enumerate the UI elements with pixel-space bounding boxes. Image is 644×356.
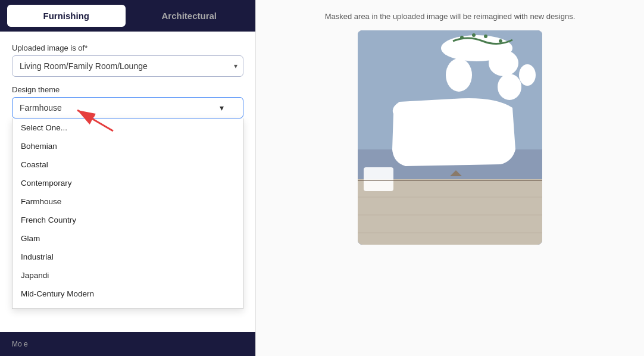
left-panel: Furnishing Architectural Uploaded image … [0,0,256,356]
dropdown-item-mid-century-modern[interactable]: Mid-Century Modern [12,285,243,303]
svg-point-10 [460,36,464,39]
dropdown-item-coastal[interactable]: Coastal [12,155,243,174]
right-panel: Masked area in the uploaded image will b… [256,0,644,356]
main-layout: Furnishing Architectural Uploaded image … [0,0,644,356]
theme-chevron-icon: ▾ [220,103,224,113]
room-scene-svg [358,30,542,245]
svg-point-11 [472,33,476,37]
dropdown-item-japandi[interactable]: Japandi [12,266,243,285]
svg-rect-16 [364,167,393,191]
dropdown-item-select-one[interactable]: Select One... [12,118,243,137]
svg-rect-14 [402,108,426,140]
hint-text: Masked area in the uploaded image will b… [325,12,576,21]
dropdown-item-bohemian[interactable]: Bohemian [12,137,243,155]
dropdown-item-contemporary[interactable]: Contemporary [12,174,243,192]
theme-dropdown-wrapper: Farmhouse ▾ Select One... Bohemian Coast… [12,97,243,118]
theme-field: Design theme Farmhouse ▾ Select One... B… [12,85,243,118]
image-preview [358,30,542,245]
dropdown-item-industrial[interactable]: Industrial [12,248,243,266]
dropdown-item-french-country[interactable]: French Country [12,211,243,229]
tab-architectural[interactable]: Architectural [130,5,249,27]
tab-bar: Furnishing Architectural [0,0,255,32]
svg-point-6 [446,58,472,92]
room-select-wrapper: Living Room/Family Room/Lounge ▾ [12,55,243,77]
theme-field-label: Design theme [12,85,243,94]
theme-dropdown-trigger[interactable]: Farmhouse ▾ [12,97,243,118]
bottom-strip: Mo e [0,332,255,356]
room-type-field: Uploaded image is of* Living Room/Family… [12,43,243,77]
svg-point-9 [519,64,536,86]
bottom-strip-text: Mo e [12,340,28,348]
svg-point-8 [498,74,521,100]
room-field-label: Uploaded image is of* [12,43,243,52]
form-area: Uploaded image is of* Living Room/Family… [0,32,255,124]
svg-rect-15 [471,107,496,139]
dropdown-item-minimal[interactable]: Minimal [12,303,243,309]
room-select[interactable]: Living Room/Family Room/Lounge [12,55,243,77]
dropdown-item-farmhouse[interactable]: Farmhouse [12,192,243,211]
svg-point-7 [489,50,518,76]
tab-furnishing[interactable]: Furnishing [7,5,126,27]
dropdown-item-glam[interactable]: Glam [12,229,243,248]
theme-dropdown-list: Select One... Bohemian Coastal Contempor… [12,118,243,309]
svg-point-12 [484,35,487,38]
svg-point-13 [499,39,502,43]
theme-selected-value: Farmhouse [20,103,62,113]
